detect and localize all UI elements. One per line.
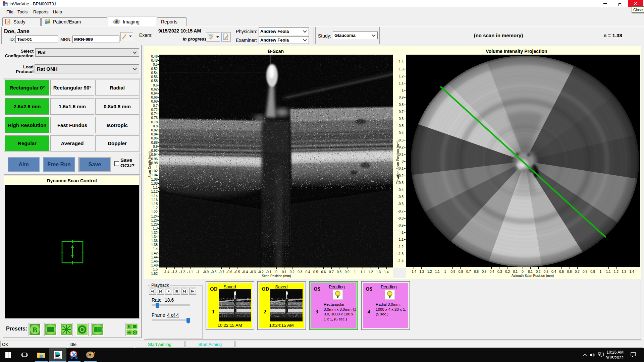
svg-text:bioptigen: bioptigen: [55, 357, 61, 359]
svg-text:B: B: [128, 325, 130, 329]
svg-text:B: B: [33, 325, 38, 334]
